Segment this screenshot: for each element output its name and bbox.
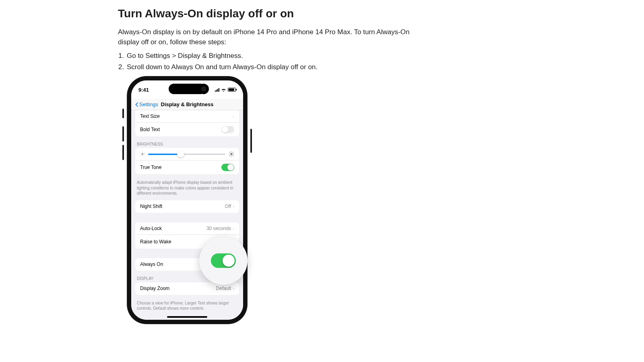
volume-down-button (122, 145, 124, 160)
article-heading: Turn Always-On display off or on (118, 7, 432, 20)
brightness-slider[interactable] (148, 154, 225, 155)
mute-switch (122, 109, 124, 118)
bold-text-row[interactable]: Bold Text (135, 123, 239, 136)
status-icons (212, 88, 236, 92)
row-label: Night Shift (140, 204, 162, 209)
svg-point-9 (230, 153, 233, 155)
nav-title: Display & Brightness (161, 101, 214, 107)
text-group: Text Size › Bold Text (135, 110, 239, 136)
brightness-header: BRIGHTNESS (137, 142, 237, 146)
true-tone-row[interactable]: True Tone (135, 160, 239, 174)
svg-line-7 (141, 155, 141, 156)
row-label: Bold Text (140, 127, 160, 132)
settings-screen: Text Size › Bold Text BRIGHTNESS True To… (131, 110, 243, 320)
row-label: Display Zoom (140, 286, 169, 291)
battery-icon (228, 88, 236, 92)
front-camera (198, 84, 209, 94)
row-label: Auto-Lock (140, 226, 162, 231)
nav-bar: Settings Display & Brightness (131, 99, 243, 110)
back-button[interactable]: Settings (135, 101, 158, 107)
volume-up-button (122, 126, 124, 142)
night-shift-row[interactable]: Night Shift Off› (135, 200, 239, 213)
row-value: 30 seconds (206, 226, 231, 231)
chevron-right-icon: › (233, 114, 234, 119)
text-size-row[interactable]: Text Size › (135, 110, 239, 123)
home-indicator (167, 316, 207, 318)
iphone-mockup: 9:41 Settings Display & Brightness Text … (127, 76, 247, 324)
brightness-slider-row[interactable] (135, 148, 239, 160)
night-shift-group: Night Shift Off› (135, 200, 239, 213)
chevron-right-icon: › (233, 204, 234, 209)
row-label: True Tone (140, 165, 161, 170)
article-step: Go to Settings > Display & Brightness. (126, 52, 432, 60)
svg-line-14 (229, 152, 230, 153)
true-tone-toggle[interactable] (221, 164, 234, 171)
article-content: Turn Always-On display off or on Always-… (118, 7, 432, 74)
svg-line-15 (233, 156, 234, 156)
article-steps-list: Go to Settings > Display & Brightness. S… (118, 52, 432, 71)
back-label: Settings (139, 101, 158, 107)
bold-text-toggle[interactable] (221, 126, 234, 133)
svg-point-0 (142, 153, 143, 155)
chevron-left-icon (135, 102, 138, 107)
status-time: 9:41 (138, 87, 163, 93)
row-label: Text Size (140, 113, 160, 119)
svg-line-8 (144, 152, 144, 153)
true-tone-footer: Automatically adapt iPhone display based… (137, 180, 237, 196)
row-label: Always On (140, 261, 163, 267)
always-on-toggle[interactable] (211, 253, 236, 268)
sun-min-icon (140, 152, 145, 156)
chevron-right-icon: › (233, 226, 234, 231)
svg-line-16 (229, 156, 230, 156)
always-on-toggle-magnified (199, 237, 248, 285)
chevron-right-icon: › (233, 286, 234, 291)
row-value: Default (216, 286, 231, 291)
svg-line-6 (144, 155, 144, 156)
row-label: Raise to Wake (140, 239, 171, 245)
status-bar: 9:41 (131, 80, 243, 99)
display-zoom-footer: Choose a view for iPhone. Larger Text sh… (137, 300, 237, 311)
wifi-icon (221, 88, 226, 92)
auto-lock-row[interactable]: Auto-Lock 30 seconds› (135, 222, 239, 235)
cellular-signal-icon (215, 88, 219, 92)
brightness-group: True Tone (135, 148, 239, 174)
svg-line-5 (141, 152, 141, 153)
article-step: Scroll down to Always On and turn Always… (126, 63, 432, 71)
sun-max-icon (229, 151, 234, 157)
article-intro: Always-On display is on by default on iP… (118, 27, 432, 47)
power-button (250, 129, 252, 153)
svg-line-17 (233, 152, 234, 153)
row-value: Off (225, 204, 231, 209)
